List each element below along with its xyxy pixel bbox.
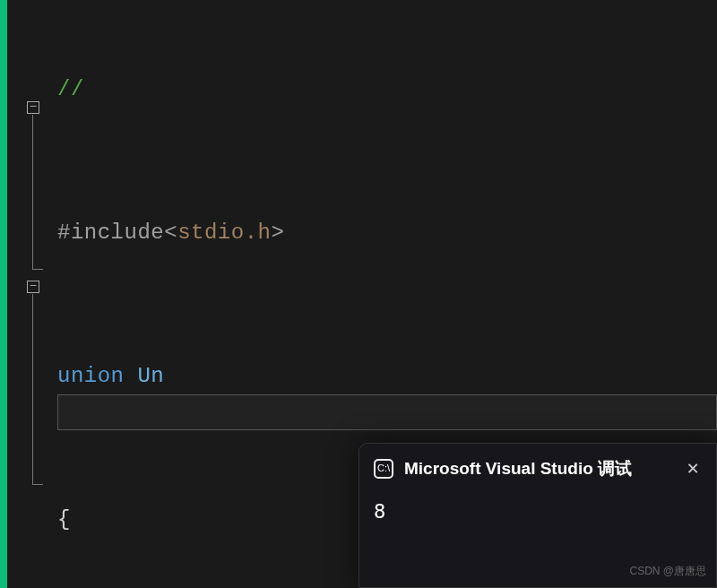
fold-line [32, 294, 33, 484]
console-titlebar[interactable]: C:\ Microsoft Visual Studio 调试 ✕ [359, 444, 716, 489]
console-output: 8 [359, 489, 716, 526]
change-indicator-bar [0, 0, 7, 588]
code-line[interactable]: #include<stdio.h> [57, 215, 471, 251]
comment: // [57, 77, 84, 101]
keyword-union: union [57, 364, 125, 388]
console-icon: C:\ [374, 459, 393, 479]
fold-line-end [32, 269, 43, 270]
angle-open: < [164, 220, 177, 245]
include-path: stdio.h [177, 220, 271, 245]
angle-close: > [271, 220, 284, 245]
fold-line [32, 115, 33, 269]
code-line[interactable]: union Un [57, 359, 471, 394]
code-line[interactable]: // [57, 72, 471, 108]
fold-gutter: − − [7, 0, 36, 588]
close-icon[interactable]: ✕ [684, 456, 702, 480]
console-title: Microsoft Visual Studio 调试 [404, 457, 673, 480]
fold-toggle-main[interactable]: − [27, 281, 39, 293]
watermark: CSDN @唐唐思 [629, 564, 706, 579]
fold-line-end [32, 484, 43, 485]
fold-toggle-union[interactable]: − [27, 101, 39, 114]
type-name: Un [137, 364, 164, 388]
include-keyword: #include [57, 220, 164, 245]
brace-open: { [57, 507, 71, 532]
